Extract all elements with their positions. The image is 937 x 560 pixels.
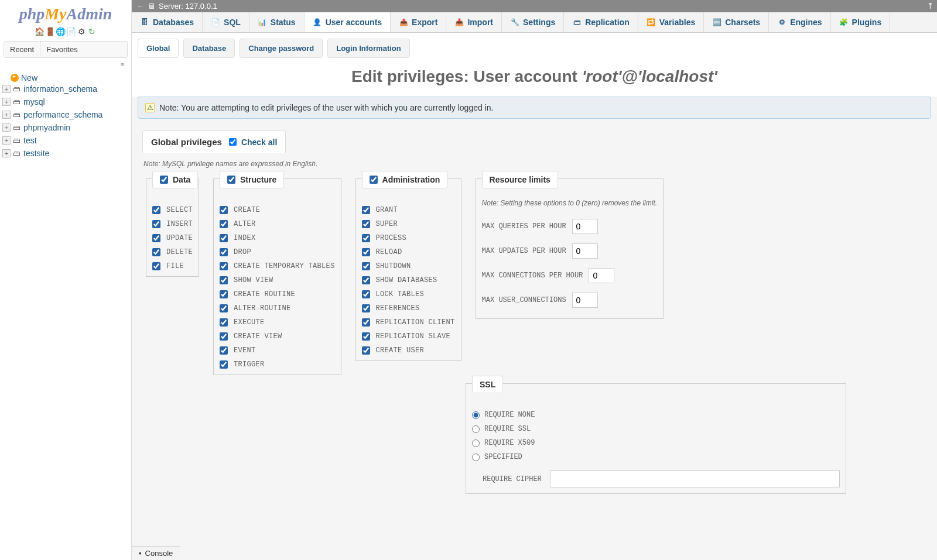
- expand-icon[interactable]: +: [2, 136, 11, 145]
- priv-delete[interactable]: DELETE: [152, 248, 193, 256]
- priv-alter[interactable]: ALTER: [220, 220, 335, 228]
- priv-create-temporary-tables[interactable]: CREATE TEMPORARY TABLES: [220, 262, 335, 270]
- nav-import[interactable]: 📥Import: [446, 12, 502, 32]
- require-cipher-input[interactable]: [550, 470, 840, 487]
- priv-checkbox[interactable]: [152, 262, 160, 270]
- expand-icon[interactable]: +: [2, 123, 11, 132]
- admin-group-checkbox[interactable]: [370, 176, 378, 184]
- priv-grant[interactable]: GRANT: [362, 206, 455, 214]
- resource-input[interactable]: [572, 219, 598, 234]
- logo[interactable]: phpMyAdmin: [0, 0, 131, 25]
- nav-variables[interactable]: 🔁Variables: [638, 12, 705, 32]
- priv-checkbox[interactable]: [362, 248, 370, 256]
- ssl-option-require-ssl[interactable]: REQUIRE SSL: [472, 425, 840, 433]
- priv-checkbox[interactable]: [362, 318, 370, 327]
- expand-icon[interactable]: +: [2, 85, 11, 93]
- nav-plugins[interactable]: 🧩Plugins: [831, 12, 891, 32]
- subnav-global[interactable]: Global: [138, 39, 179, 58]
- nav-status[interactable]: 📊Status: [249, 12, 305, 32]
- priv-replication-slave[interactable]: REPLICATION SLAVE: [362, 332, 455, 341]
- priv-checkbox[interactable]: [152, 206, 160, 214]
- priv-checkbox[interactable]: [362, 206, 370, 214]
- ssl-radio[interactable]: [472, 425, 480, 433]
- expand-icon[interactable]: +: [2, 111, 11, 119]
- tab-recent[interactable]: Recent: [4, 42, 40, 57]
- priv-checkbox[interactable]: [220, 304, 228, 312]
- back-arrow-icon[interactable]: ←: [136, 2, 144, 11]
- priv-references[interactable]: REFERENCES: [362, 304, 455, 312]
- priv-show-databases[interactable]: SHOW DATABASES: [362, 276, 455, 284]
- ssl-radio[interactable]: [472, 439, 480, 447]
- priv-checkbox[interactable]: [220, 276, 228, 284]
- priv-insert[interactable]: INSERT: [152, 220, 193, 228]
- priv-process[interactable]: PROCESS: [362, 234, 455, 242]
- priv-checkbox[interactable]: [220, 206, 228, 214]
- priv-checkbox[interactable]: [152, 248, 160, 256]
- priv-replication-client[interactable]: REPLICATION CLIENT: [362, 318, 455, 327]
- ssl-option-require-x509[interactable]: REQUIRE X509: [472, 439, 840, 447]
- priv-checkbox[interactable]: [220, 346, 228, 355]
- tab-favorites[interactable]: Favorites: [40, 42, 83, 57]
- priv-checkbox[interactable]: [152, 234, 160, 242]
- ssl-option-specified[interactable]: SPECIFIED: [472, 453, 840, 461]
- collapse-icon[interactable]: ⤒: [927, 2, 933, 11]
- priv-index[interactable]: INDEX: [220, 234, 335, 242]
- subnav-change-password[interactable]: Change password: [240, 39, 323, 58]
- tree-db-item[interactable]: +🗃phpmyadmin: [2, 121, 129, 134]
- priv-create-view[interactable]: CREATE VIEW: [220, 332, 335, 341]
- tree-db-item[interactable]: +🗃testsite: [2, 147, 129, 160]
- priv-checkbox[interactable]: [152, 220, 160, 228]
- nav-databases[interactable]: 🗄Databases: [132, 12, 203, 32]
- priv-super[interactable]: SUPER: [362, 220, 455, 228]
- tree-db-item[interactable]: +🗃test: [2, 134, 129, 147]
- check-all-checkbox[interactable]: [229, 138, 237, 146]
- structure-group-checkbox[interactable]: [227, 176, 235, 184]
- exit-icon[interactable]: 🚪: [45, 27, 54, 36]
- nav-sql[interactable]: 📄SQL: [203, 12, 249, 32]
- priv-trigger[interactable]: TRIGGER: [220, 360, 335, 369]
- expand-icon[interactable]: +: [2, 149, 11, 157]
- priv-event[interactable]: EVENT: [220, 346, 335, 355]
- data-group-checkbox[interactable]: [160, 176, 168, 184]
- priv-checkbox[interactable]: [362, 346, 370, 355]
- priv-create-routine[interactable]: CREATE ROUTINE: [220, 290, 335, 298]
- priv-shutdown[interactable]: SHUTDOWN: [362, 262, 455, 270]
- priv-checkbox[interactable]: [362, 332, 370, 341]
- priv-execute[interactable]: EXECUTE: [220, 318, 335, 327]
- priv-reload[interactable]: RELOAD: [362, 248, 455, 256]
- priv-show-view[interactable]: SHOW VIEW: [220, 276, 335, 284]
- priv-lock-tables[interactable]: LOCK TABLES: [362, 290, 455, 298]
- subnav-login-information[interactable]: Login Information: [327, 39, 409, 58]
- tree-db-item[interactable]: +🗃information_schema: [2, 83, 129, 95]
- tree-new[interactable]: New: [11, 73, 129, 83]
- console-bar[interactable]: ▪ Console: [132, 546, 180, 560]
- priv-select[interactable]: SELECT: [152, 206, 193, 214]
- resource-input[interactable]: [572, 293, 598, 308]
- reload-icon[interactable]: ↻: [87, 27, 97, 36]
- priv-update[interactable]: UPDATE: [152, 234, 193, 242]
- nav-replication[interactable]: 🗃Replication: [564, 12, 638, 32]
- link-icon[interactable]: ⚭: [0, 58, 131, 70]
- ssl-option-require-none[interactable]: REQUIRE NONE: [472, 411, 840, 419]
- priv-checkbox[interactable]: [220, 262, 228, 270]
- priv-checkbox[interactable]: [220, 234, 228, 242]
- nav-export[interactable]: 📤Export: [391, 12, 446, 32]
- home-icon[interactable]: 🏠: [35, 27, 44, 36]
- nav-user-accounts[interactable]: 👤User accounts: [305, 12, 391, 32]
- nav-charsets[interactable]: 🔤Charsets: [704, 12, 769, 32]
- priv-checkbox[interactable]: [220, 332, 228, 341]
- priv-checkbox[interactable]: [220, 220, 228, 228]
- priv-checkbox[interactable]: [362, 276, 370, 284]
- resource-input[interactable]: [589, 268, 614, 283]
- priv-checkbox[interactable]: [362, 220, 370, 228]
- priv-file[interactable]: FILE: [152, 262, 193, 270]
- subnav-database[interactable]: Database: [183, 39, 235, 58]
- docs-icon[interactable]: 📄: [66, 27, 76, 36]
- gear-icon[interactable]: ⚙: [77, 27, 86, 36]
- ssl-radio[interactable]: [472, 454, 480, 461]
- resource-input[interactable]: [572, 243, 598, 259]
- priv-checkbox[interactable]: [220, 290, 228, 298]
- priv-checkbox[interactable]: [362, 262, 370, 270]
- priv-checkbox[interactable]: [220, 318, 228, 327]
- priv-drop[interactable]: DROP: [220, 248, 335, 256]
